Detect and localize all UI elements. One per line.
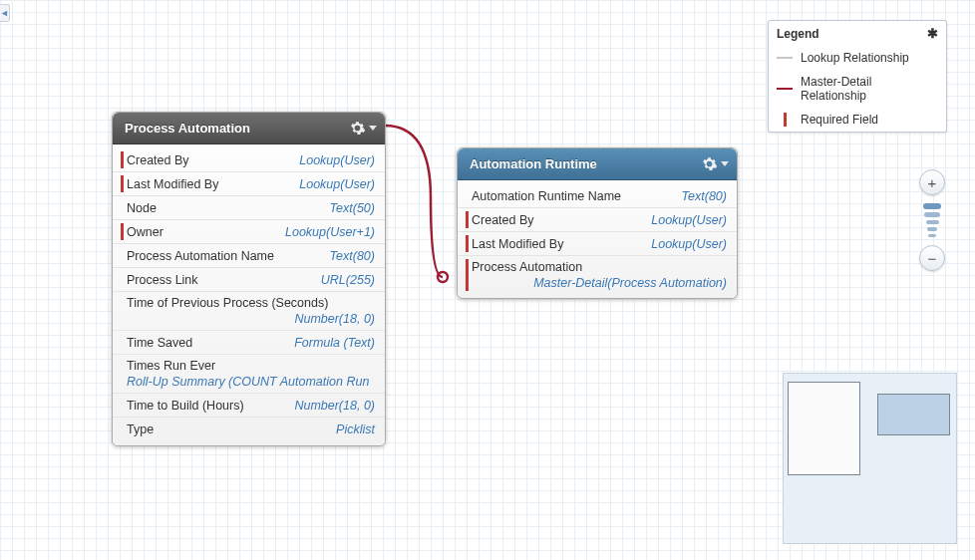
- legend-swatch-lookup: [777, 57, 793, 59]
- field-label: Created By: [127, 153, 189, 167]
- legend-item-lookup: Lookup Relationship: [769, 46, 946, 70]
- field-type: Text(50): [330, 201, 375, 215]
- field-label: Automation Runtime Name: [472, 189, 621, 203]
- gear-icon: [349, 120, 366, 137]
- zoom-tick: [924, 212, 940, 217]
- field-row[interactable]: Created ByLookup(User): [113, 148, 385, 172]
- field-row[interactable]: Last Modified ByLookup(User): [113, 172, 385, 196]
- svg-point-0: [438, 272, 448, 282]
- minimap[interactable]: [783, 373, 957, 544]
- field-row[interactable]: Process AutomationMaster-Detail(Process …: [458, 256, 737, 294]
- entity-menu-button[interactable]: [701, 155, 729, 172]
- field-row[interactable]: Created ByLookup(User): [458, 208, 737, 232]
- field-label: Owner: [127, 225, 163, 239]
- zoom-out-button[interactable]: −: [919, 245, 945, 271]
- zoom-controls: + −: [917, 169, 947, 271]
- legend-title: Legend: [777, 27, 819, 41]
- entity-field-list: Created ByLookup(User)Last Modified ByLo…: [113, 144, 385, 445]
- minimap-viewport[interactable]: [788, 382, 860, 475]
- relationship-connector: [383, 118, 463, 297]
- entity-automation-runtime[interactable]: Automation Runtime Automation Runtime Na…: [457, 147, 738, 299]
- field-row[interactable]: Time to Build (Hours)Number(18, 0): [113, 394, 385, 418]
- field-row[interactable]: Time SavedFormula (Text): [113, 331, 385, 355]
- field-label: Process Automation Name: [127, 249, 274, 263]
- field-type: Lookup(User): [299, 153, 375, 167]
- legend-swatch-required: [777, 113, 793, 127]
- field-label: Process Automation: [472, 260, 582, 274]
- minimap-object: [877, 394, 950, 435]
- field-type: Picklist: [336, 422, 375, 436]
- legend-item-master-detail: Master-Detail Relationship: [769, 70, 946, 108]
- zoom-tick: [923, 203, 941, 209]
- field-row[interactable]: Process Automation NameText(80): [113, 244, 385, 268]
- field-label: Time of Previous Process (Seconds): [127, 296, 328, 310]
- close-icon[interactable]: ✱: [927, 26, 938, 41]
- entity-process-automation[interactable]: Process Automation Created ByLookup(User…: [112, 112, 386, 446]
- field-label: Time Saved: [127, 336, 192, 350]
- entity-header[interactable]: Process Automation: [113, 113, 385, 144]
- legend-label: Lookup Relationship: [801, 51, 909, 65]
- field-label: Node: [127, 201, 157, 215]
- chevron-down-icon: [721, 161, 729, 166]
- field-row[interactable]: Time of Previous Process (Seconds)Number…: [113, 292, 385, 331]
- field-label: Created By: [472, 213, 534, 227]
- field-label: Last Modified By: [472, 237, 563, 251]
- field-row[interactable]: Automation Runtime NameText(80): [458, 184, 737, 208]
- legend-panel[interactable]: Legend ✱ Lookup Relationship Master-Deta…: [768, 20, 947, 133]
- field-type: Lookup(User+1): [285, 225, 375, 239]
- entity-title: Process Automation: [125, 121, 250, 136]
- legend-swatch-master: [777, 88, 793, 90]
- field-type: Roll-Up Summary (COUNT Automation Run: [127, 375, 369, 389]
- field-row[interactable]: Process LinkURL(255): [113, 268, 385, 292]
- field-row[interactable]: NodeText(50): [113, 196, 385, 220]
- field-type: URL(255): [321, 273, 375, 287]
- gear-icon: [701, 155, 718, 172]
- field-type: Text(80): [682, 189, 727, 203]
- field-row[interactable]: TypePicklist: [113, 418, 385, 441]
- entity-menu-button[interactable]: [349, 120, 377, 137]
- field-type: Text(80): [330, 249, 375, 263]
- side-panel-toggle[interactable]: ◄: [0, 4, 10, 22]
- field-row[interactable]: Times Run EverRoll-Up Summary (COUNT Aut…: [113, 355, 385, 394]
- zoom-slider[interactable]: [923, 199, 941, 241]
- zoom-tick: [927, 227, 937, 231]
- chevron-down-icon: [369, 126, 377, 131]
- field-type: Number(18, 0): [294, 399, 375, 413]
- field-label: Times Run Ever: [127, 359, 215, 373]
- legend-header: Legend ✱: [769, 21, 946, 46]
- field-type: Master-Detail(Process Automation): [533, 276, 727, 290]
- entity-header[interactable]: Automation Runtime: [458, 148, 737, 180]
- field-label: Time to Build (Hours): [127, 399, 244, 413]
- entity-field-list: Automation Runtime NameText(80)Created B…: [458, 180, 737, 298]
- entity-title: Automation Runtime: [470, 156, 597, 171]
- field-row[interactable]: OwnerLookup(User+1): [113, 220, 385, 244]
- field-type: Number(18, 0): [294, 312, 375, 326]
- zoom-tick: [928, 234, 936, 237]
- field-label: Last Modified By: [127, 177, 218, 191]
- field-type: Formula (Text): [294, 336, 375, 350]
- zoom-tick: [926, 220, 939, 224]
- field-type: Lookup(User): [299, 177, 375, 191]
- legend-label: Master-Detail Relationship: [801, 75, 938, 103]
- legend-item-required: Required Field: [769, 108, 946, 132]
- zoom-in-button[interactable]: +: [919, 169, 945, 195]
- legend-label: Required Field: [801, 113, 878, 127]
- field-label: Type: [127, 422, 154, 436]
- field-label: Process Link: [127, 273, 198, 287]
- field-type: Lookup(User): [651, 237, 727, 251]
- field-row[interactable]: Last Modified ByLookup(User): [458, 232, 737, 256]
- field-type: Lookup(User): [651, 213, 727, 227]
